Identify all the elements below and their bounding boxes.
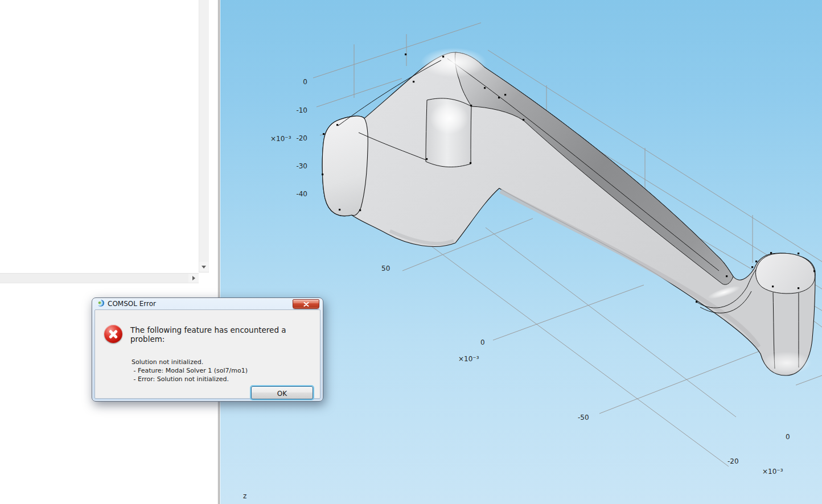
vertical-scrollbar[interactable] (199, 0, 209, 272)
dialog-title: COMSOL Error (108, 300, 156, 308)
model-boss-top (755, 253, 815, 294)
graphics-viewport[interactable]: 0 -10 -20 -30 -40 ×10⁻³ 50 0 -50 ×10⁻³ 0… (220, 0, 822, 504)
error-details: Solution not initialized. - Feature: Mod… (131, 358, 248, 383)
close-icon (303, 302, 309, 307)
error-line: Solution not initialized. (131, 358, 248, 366)
z-tick-4: -40 (279, 191, 307, 198)
x-tick-2: -50 (578, 414, 589, 422)
y-axis-multiplier: ×10⁻³ (762, 468, 783, 476)
axis-grid (313, 23, 822, 466)
dialog-titlebar[interactable]: COMSOL Error (92, 298, 323, 309)
comsol-logo-icon (96, 299, 105, 308)
dialog-content: The following feature has encountered a … (94, 309, 320, 399)
comsol-error-dialog: COMSOL Error The following feature has e… (92, 298, 323, 402)
z-tick-0: 0 (279, 79, 307, 86)
error-icon (104, 325, 122, 343)
x-axis-multiplier: ×10⁻³ (458, 356, 479, 363)
error-line: - Feature: Modal Solver 1 (sol7/mo1) (131, 366, 248, 375)
y-tick-1: -20 (728, 458, 739, 465)
model-end-face (322, 116, 368, 216)
z-tick-3: -30 (279, 163, 307, 170)
scroll-down-button[interactable] (199, 262, 208, 272)
error-heading: The following feature has encountered a … (130, 325, 318, 344)
error-line: - Error: Solution not initialized. (131, 375, 248, 383)
scroll-right-icon (192, 276, 195, 280)
close-button[interactable] (293, 299, 319, 309)
3d-model (322, 48, 815, 375)
z-tick-1: -10 (279, 107, 307, 114)
scroll-right-button[interactable] (188, 274, 199, 283)
y-tick-0: 0 (786, 433, 790, 441)
triad-z-label: z (243, 493, 246, 500)
settings-panel (0, 0, 218, 504)
scroll-down-icon (202, 266, 206, 268)
x-tick-1: 0 (480, 339, 485, 346)
ok-button[interactable]: OK (251, 386, 313, 399)
x-tick-0: 50 (381, 265, 390, 272)
z-axis-multiplier: ×10⁻³ (270, 135, 291, 143)
3d-scene (220, 0, 822, 504)
horizontal-scrollbar[interactable] (0, 273, 199, 283)
